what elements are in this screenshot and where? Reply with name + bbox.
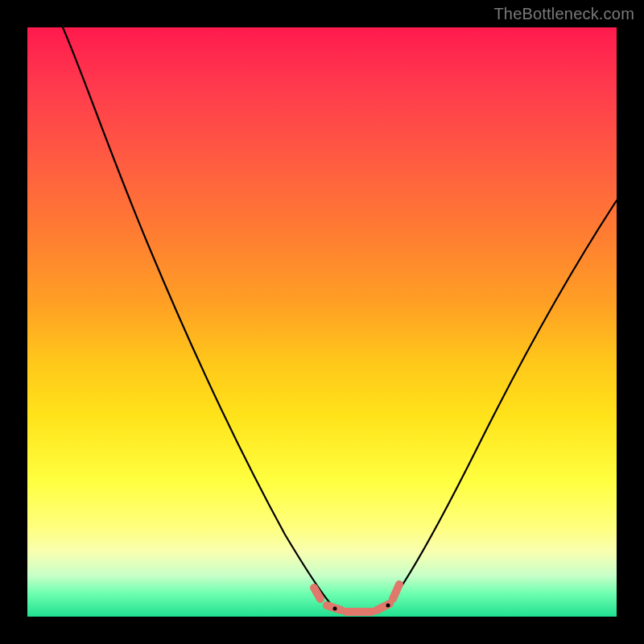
right-curve <box>388 200 617 605</box>
svg-point-1 <box>386 604 390 608</box>
curve-layer <box>27 27 617 617</box>
svg-point-0 <box>333 607 337 611</box>
left-curve <box>63 27 335 609</box>
plot-area <box>27 27 617 617</box>
watermark-text: TheBottleneck.com <box>493 5 634 23</box>
chart-frame: TheBottleneck.com <box>0 0 644 644</box>
